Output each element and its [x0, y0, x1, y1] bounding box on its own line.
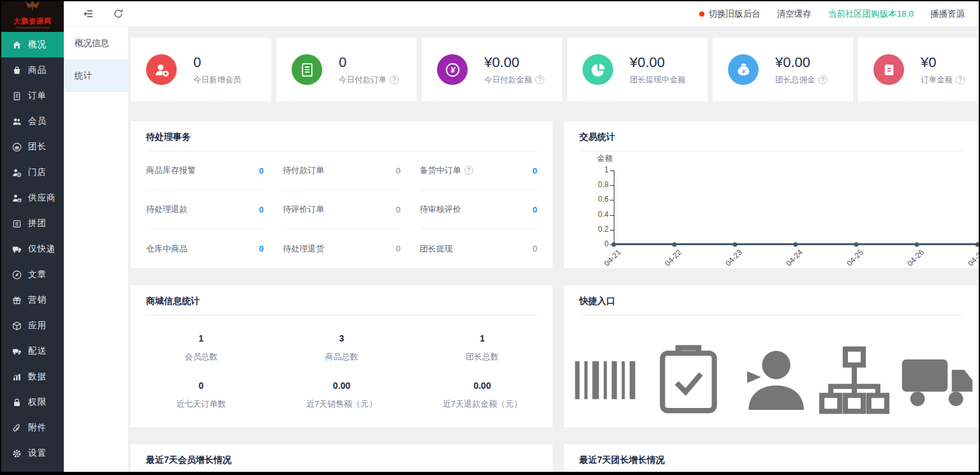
person-icon [730, 329, 813, 427]
member-growth-panel: 最近7天会员增长情况 [131, 444, 553, 472]
sidebar-item-overview[interactable]: 概况 [1, 32, 64, 57]
submenu-item-statistics[interactable]: 统计 [64, 60, 128, 92]
x-tick: 04-26 [905, 248, 926, 268]
document-icon [12, 91, 22, 101]
refresh-icon[interactable] [113, 8, 124, 19]
clipboard-check-icon [647, 329, 730, 427]
pending-item-stock-alert[interactable]: 商品库存报警0 [146, 151, 264, 190]
mall-stats-panel: 商城信息统计 1会员总数 3商品总数 1团长总数 0近七天订单数 0.00近7天… [131, 285, 553, 427]
sidebar-item-suppliers[interactable]: 供应商 [1, 185, 64, 211]
sidebar-item-attachments[interactable]: 附件 [1, 415, 64, 441]
pending-item-unpaid-orders[interactable]: 待付款订单0 [283, 151, 400, 190]
member-add-icon [146, 54, 177, 85]
data-point [794, 243, 798, 247]
groupon-grid-icon [12, 219, 22, 229]
sidebar-item-leaders[interactable]: 团长 [1, 134, 64, 160]
shortcut-member-manage[interactable]: 会员管理 [730, 329, 813, 427]
sidebar-item-label: 营销 [28, 294, 47, 306]
shortcut-publish-goods[interactable]: 发布商品 [564, 329, 647, 427]
y-axis-line [614, 170, 614, 245]
sidebar-item-apps[interactable]: 应用 [1, 313, 64, 338]
sidebar-item-stores[interactable]: 门店 [1, 160, 64, 185]
x-tick: 04-21 [602, 248, 623, 268]
shortcut-supplier-manage[interactable]: 供应商管理 [896, 329, 979, 427]
sidebar-item-members[interactable]: 会员 [1, 109, 64, 134]
shortcut-leader-manage[interactable]: 团长管理 [813, 329, 896, 427]
sidebar-item-label: 团长 [28, 141, 47, 153]
sidebar-item-goods[interactable]: 商品 [1, 57, 64, 83]
y-tick: 1 [586, 165, 609, 174]
data-point [854, 243, 859, 247]
sidebar-item-data[interactable]: 数据 [1, 364, 64, 389]
main-content: 0 今日新增会员 0 今日付款订单 ¥ ¥0.00 今日付款金额 [129, 27, 979, 472]
sidebar-item-groupon[interactable]: 拼团 [1, 211, 64, 236]
sidebar-item-articles[interactable]: 文章 [1, 262, 64, 287]
help-icon[interactable] [535, 75, 544, 84]
clear-cache-link[interactable]: 清空缓存 [777, 8, 812, 20]
mall-stat-week-refunds: 0.00近7天退款金额（元） [412, 381, 553, 410]
stat-label: 团长提现中金额 [630, 75, 686, 86]
pending-item-audit-reviews[interactable]: 待审核评价0 [420, 190, 537, 229]
x-tick: 04-23 [724, 248, 744, 268]
shopping-bag-icon [12, 66, 22, 75]
gift-icon [12, 296, 22, 305]
stat-value: ¥0.00 [630, 54, 686, 71]
sidebar-item-label: 数据 [28, 371, 47, 382]
mall-stat-week-sales: 0.00近7天销售额（元） [271, 381, 412, 410]
sidebar-item-permissions[interactable]: 权限 [1, 389, 64, 415]
help-icon[interactable] [956, 75, 965, 84]
x-tick: 04-27 [966, 248, 979, 268]
topbar-links: 切换旧版后台 清空缓存 当前社区团购版本18.0 播播资源 [699, 8, 979, 20]
panel-title: 最近7天团长增长情况 [579, 444, 963, 472]
pending-item-preparing-orders[interactable]: 备货中订单0 [420, 151, 537, 190]
pending-item-review-orders[interactable]: 待评价订单0 [283, 190, 400, 229]
data-point [672, 243, 677, 247]
help-icon[interactable] [819, 75, 828, 84]
x-tick: 04-24 [784, 248, 805, 268]
yen-coin-icon: ¥ [437, 54, 468, 85]
bobo-resource-link[interactable]: 播播资源 [930, 8, 965, 20]
sidebar-item-marketing[interactable]: 营销 [1, 287, 64, 313]
pie-chart-icon [583, 54, 613, 85]
topbar: 切换旧版后台 清空缓存 当前社区团购版本18.0 播播资源 [64, 1, 979, 27]
document-icon [292, 54, 322, 85]
menu-fold-icon[interactable] [83, 8, 94, 19]
switch-old-admin-link[interactable]: 切换旧版后台 [699, 8, 761, 20]
chart-icon [12, 372, 22, 382]
data-point [733, 243, 738, 247]
shortcut-order-list[interactable]: 订单列表 [647, 329, 730, 427]
shortcuts-panel: 快捷入口 发布商品 订单列表 会员管理 团长管理 供应商管理 提现申请 ¥提现设… [564, 285, 979, 427]
stat-value: 0 [193, 54, 241, 71]
mall-stat-total-members: 1会员总数 [131, 333, 271, 363]
y-tick: 0.6 [586, 195, 609, 204]
help-icon[interactable] [464, 166, 473, 175]
mall-stat-total-goods: 3商品总数 [271, 333, 412, 363]
version-link[interactable]: 当前社区团购版本18.0 [828, 8, 914, 20]
app-window: 大鹏资源网 概况 商品 订单 会员 团长 门店 供应商 拼团 仅快递 文章 营销… [0, 0, 980, 475]
stat-label: 今日新增会员 [193, 75, 241, 86]
sidebar-item-settings[interactable]: 设置 [1, 441, 64, 466]
sidebar-item-label: 仅快递 [28, 243, 56, 255]
cube-icon [12, 321, 22, 331]
logo-eagle-icon [22, 1, 43, 14]
pending-item-refunds[interactable]: 待处理退款0 [146, 190, 264, 229]
pending-item-returns[interactable]: 待处理退货0 [283, 229, 400, 268]
logo-subtitle [15, 27, 50, 29]
sidebar-item-label: 门店 [28, 167, 47, 178]
sidebar-item-orders[interactable]: 订单 [1, 83, 64, 109]
sidebar-item-label: 权限 [28, 396, 47, 408]
sidebar-item-delivery[interactable]: 配送 [1, 338, 64, 364]
submenu-header: 概况信息 [64, 27, 128, 60]
sidebar-item-express[interactable]: 仅快递 [1, 236, 64, 262]
help-icon[interactable] [390, 75, 399, 84]
stat-label: 团长总佣金 [775, 75, 815, 86]
red-dot-icon [699, 11, 704, 17]
panel-title: 快捷入口 [579, 285, 963, 315]
pending-item-leader-withdraw[interactable]: 团长提现0 [420, 229, 537, 268]
data-point [976, 243, 979, 247]
trade-line-chart: 金额 1 0.8 0.6 0.4 0.2 0 [564, 151, 979, 268]
compass-icon [12, 270, 22, 280]
sidebar-item-label: 文章 [28, 269, 47, 280]
logo-title: 大鹏资源网 [1, 17, 64, 26]
pending-item-warehouse-goods[interactable]: 仓库中商品0 [146, 229, 264, 268]
